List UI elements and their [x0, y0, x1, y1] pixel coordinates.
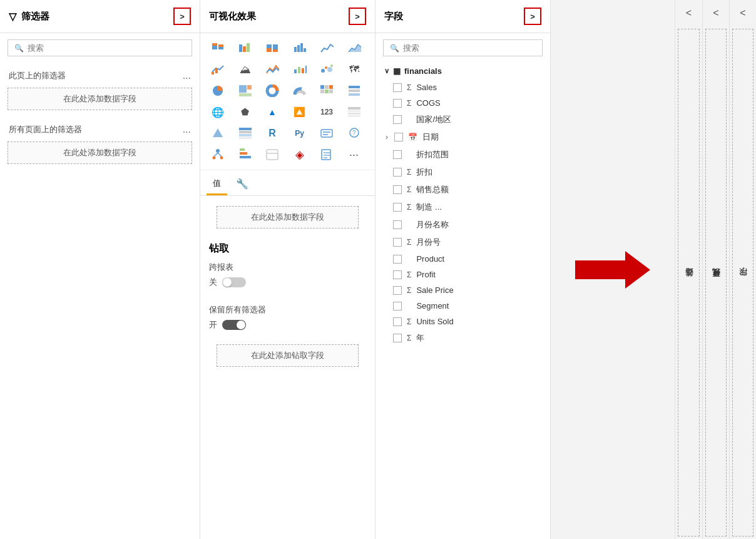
field-checkbox-discount[interactable] [393, 168, 402, 177]
field-name-year: 年 [416, 332, 541, 344]
svg-rect-17 [215, 68, 218, 73]
svg-rect-43 [348, 115, 360, 117]
field-checkbox-manufacturing[interactable] [393, 203, 402, 212]
arrow-head [625, 251, 650, 289]
viz-icon-shape-map[interactable]: ⬟ [234, 102, 257, 122]
field-item-discount[interactable]: Σ 折扣 [375, 163, 550, 181]
this-page-add-field[interactable]: 在此处添加数据字段 [8, 88, 192, 110]
drill-add-field-btn[interactable]: 在此处添加钻取字段 [217, 344, 359, 367]
fields-search-input[interactable] [403, 43, 536, 53]
viz-icon-100-bar[interactable] [261, 38, 284, 58]
cross-report-track[interactable] [222, 277, 246, 287]
field-checkbox-sales[interactable] [393, 83, 402, 92]
viz-icon-kpi[interactable] [207, 123, 229, 143]
viz-icon-waterfall[interactable] [289, 59, 311, 80]
viz-icon-python[interactable]: Py [289, 123, 311, 143]
field-item-month-num[interactable]: Σ 月份号 [375, 234, 550, 251]
viz-icon-filled-map[interactable]: 🗺 [343, 59, 365, 80]
viz-icon-area-chart[interactable] [343, 38, 365, 58]
field-checkbox-segment[interactable] [393, 302, 402, 311]
viz-icon-diamond[interactable]: ◈ [289, 145, 311, 165]
field-checkbox-discount-range[interactable] [393, 150, 402, 159]
sidebar-arrow-filter[interactable]: < [675, 0, 702, 26]
viz-icon-q-and-a[interactable]: ? [343, 123, 365, 143]
keep-filters-track[interactable] [222, 320, 246, 330]
keep-filters-switch[interactable] [222, 320, 246, 330]
viz-icon-clustered-bar[interactable] [234, 38, 257, 58]
viz-icon-globe[interactable]: 🌐 [207, 102, 229, 122]
field-checkbox-date[interactable] [394, 133, 403, 141]
viz-icon-donut[interactable] [261, 81, 284, 101]
sidebar-arrow-fields[interactable]: < [730, 0, 756, 26]
sidebar-arrow-viz[interactable]: < [703, 0, 729, 26]
field-item-sale-price[interactable]: Σ Sale Price [375, 282, 550, 298]
field-item-discount-range[interactable]: Σ 折扣范围 [375, 146, 550, 163]
viz-icon-pie[interactable] [207, 81, 229, 101]
viz-nav-arrow[interactable]: > [349, 8, 366, 25]
viz-icon-arc-gis[interactable]: 🔼 [289, 102, 311, 122]
viz-icon-gauge[interactable] [289, 81, 311, 101]
filter-search-input[interactable] [28, 43, 185, 53]
viz-icon-more[interactable]: ··· [343, 145, 365, 165]
field-item-date[interactable]: › 📅 日期 [375, 128, 550, 146]
field-checkbox-month-name[interactable] [393, 220, 402, 229]
field-expand-date[interactable]: › [386, 133, 388, 141]
field-item-segment[interactable]: Σ Segment [375, 298, 550, 314]
field-checkbox-gross-sales[interactable] [393, 185, 402, 194]
fields-group-header-financials[interactable]: ∨ ▦ financials [375, 63, 550, 80]
viz-icon-decomp2[interactable] [261, 145, 284, 165]
all-pages-add-field[interactable]: 在此处添加数据字段 [8, 141, 192, 164]
field-checkbox-cogs[interactable] [393, 99, 402, 108]
viz-icon-numeric[interactable]: 123 [315, 102, 338, 122]
field-item-cogs[interactable]: Σ COGS [375, 95, 550, 111]
viz-icon-azure-map[interactable]: ▲ [261, 102, 284, 122]
filter-nav-arrow[interactable]: > [173, 8, 191, 25]
field-checkbox-year[interactable] [393, 334, 402, 342]
viz-add-field-btn[interactable]: 在此处添加数据字段 [217, 206, 359, 228]
viz-icon-map[interactable]: ⛰ [234, 59, 257, 80]
field-item-gross-sales[interactable]: Σ 销售总额 [375, 181, 550, 198]
viz-icon-matrix[interactable] [315, 81, 338, 101]
viz-icon-bar-chart[interactable] [289, 38, 311, 58]
field-item-year[interactable]: Σ 年 [375, 329, 550, 347]
field-item-product[interactable]: Σ Product [375, 251, 550, 267]
viz-icon-bar2[interactable] [234, 145, 257, 165]
field-item-month-name[interactable]: Σ 月份名称 [375, 216, 550, 234]
this-page-section: 此页上的筛选器 ... 在此处添加数据字段 [0, 63, 200, 116]
viz-icon-matrix3[interactable] [234, 123, 257, 143]
viz-icon-paginated[interactable] [315, 145, 338, 165]
viz-icon-stacked-bar[interactable] [207, 38, 229, 58]
field-checkbox-sale-price[interactable] [393, 286, 402, 295]
svg-rect-59 [240, 156, 251, 158]
viz-icon-table[interactable] [343, 102, 365, 122]
viz-icon-line-chart[interactable] [315, 38, 338, 58]
field-item-units-sold[interactable]: Σ Units Sold [375, 314, 550, 329]
viz-icon-matrix2[interactable] [343, 81, 365, 101]
this-page-menu-button[interactable]: ... [183, 70, 191, 81]
viz-icon-line-clustered[interactable] [207, 59, 229, 80]
all-pages-menu-button[interactable]: ... [183, 124, 191, 135]
viz-icon-line2[interactable] [261, 59, 284, 80]
field-item-manufacturing[interactable]: Σ 制造 ... [375, 198, 550, 216]
filter-search-box[interactable]: 🔍 [8, 39, 192, 56]
svg-rect-36 [329, 90, 333, 93]
field-checkbox-month-num[interactable] [393, 238, 402, 247]
field-checkbox-country[interactable] [393, 115, 402, 124]
viz-icon-decomp-tree[interactable] [207, 145, 229, 165]
field-checkbox-units-sold[interactable] [393, 317, 402, 326]
field-checkbox-profit[interactable] [393, 270, 402, 279]
fields-search-box[interactable]: 🔍 [383, 39, 543, 56]
cross-report-switch[interactable] [222, 277, 246, 287]
viz-icon-smart-narrative[interactable] [315, 123, 338, 143]
field-item-sales[interactable]: Σ Sales [375, 80, 550, 95]
fields-nav-arrow[interactable]: > [524, 8, 541, 25]
viz-icon-treemap[interactable] [234, 81, 257, 101]
viz-tab-format[interactable]: 🔧 [230, 174, 255, 195]
field-checkbox-product[interactable] [393, 255, 402, 264]
viz-tab-value[interactable]: 值 [207, 174, 227, 195]
viz-icon-r-visual[interactable]: R [261, 123, 284, 143]
field-item-country[interactable]: Σ 国家/地区 [375, 111, 550, 128]
viz-icon-scatter[interactable] [315, 59, 338, 80]
cross-report-toggle-row: 跨报表 [209, 262, 366, 273]
field-item-profit[interactable]: Σ Profit [375, 267, 550, 282]
